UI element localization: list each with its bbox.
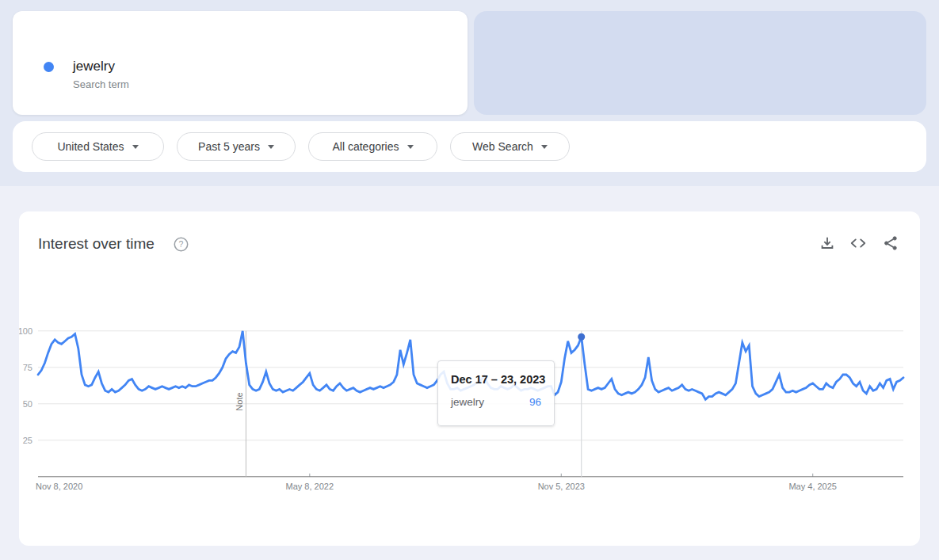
tooltip-date-range: Dec 17 – 23, 2023 xyxy=(451,373,541,386)
search-term-text: jewelry xyxy=(73,59,115,74)
chevron-down-icon xyxy=(268,145,274,149)
share-icon[interactable] xyxy=(882,234,899,252)
svg-text:Nov 8, 2020: Nov 8, 2020 xyxy=(36,482,82,491)
question-mark-glyph: ? xyxy=(179,239,184,249)
svg-text:Nov 5, 2023: Nov 5, 2023 xyxy=(538,482,585,491)
chart-tooltip: Dec 17 – 23, 2023 jewelry 96 xyxy=(437,360,555,426)
google-trends-page: jewelry Search term + Compare United Sta… xyxy=(0,0,939,560)
help-icon[interactable]: ? xyxy=(173,236,189,253)
svg-text:75: 75 xyxy=(23,363,32,372)
embed-code-icon[interactable] xyxy=(849,234,867,252)
svg-text:May 8, 2022: May 8, 2022 xyxy=(286,482,334,491)
time-range-filter-label: Past 5 years xyxy=(198,140,260,153)
interest-over-time-card: 100755025Nov 8, 2020May 8, 2022Nov 5, 20… xyxy=(19,211,920,546)
svg-text:Note: Note xyxy=(235,392,244,410)
region-filter-dropdown[interactable]: United States xyxy=(32,132,164,161)
series-color-dot xyxy=(44,62,54,72)
category-filter-label: All categories xyxy=(332,140,399,153)
filter-bar: United States Past 5 years All categorie… xyxy=(13,121,926,172)
search-type-filter-dropdown[interactable]: Web Search xyxy=(450,132,570,161)
chevron-down-icon xyxy=(407,145,414,149)
svg-text:May 4, 2025: May 4, 2025 xyxy=(788,482,837,491)
time-range-filter-dropdown[interactable]: Past 5 years xyxy=(177,132,296,161)
search-type-filter-label: Web Search xyxy=(472,140,533,153)
tooltip-series-row: jewelry 96 xyxy=(451,396,541,408)
download-icon[interactable] xyxy=(819,234,836,252)
add-comparison-button[interactable]: + Compare xyxy=(474,11,926,115)
svg-text:100: 100 xyxy=(19,326,32,336)
svg-text:25: 25 xyxy=(23,436,32,445)
chart-title: Interest over time xyxy=(38,235,155,253)
region-filter-label: United States xyxy=(57,140,124,153)
tooltip-value: 96 xyxy=(529,396,541,408)
chevron-down-icon xyxy=(541,145,548,149)
chevron-down-icon xyxy=(132,145,139,149)
svg-text:50: 50 xyxy=(23,399,32,409)
search-term-card[interactable]: jewelry Search term xyxy=(13,11,468,115)
category-filter-dropdown[interactable]: All categories xyxy=(308,132,437,161)
search-term-type-label: Search term xyxy=(73,78,129,90)
tooltip-term: jewelry xyxy=(451,396,484,408)
